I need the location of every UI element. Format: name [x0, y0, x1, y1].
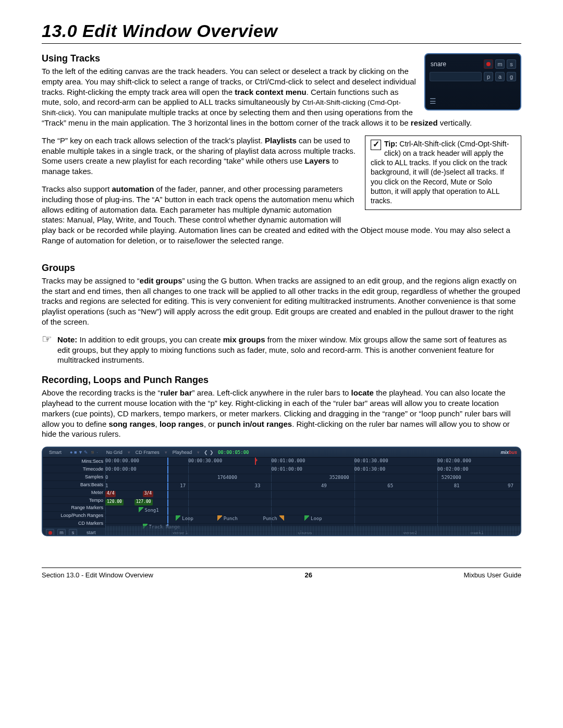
record-button[interactable]: [46, 529, 54, 536]
text-bold: song ranges: [108, 419, 155, 428]
follow-label[interactable]: Playhead: [169, 450, 195, 455]
footer-page-number: 26: [304, 571, 312, 579]
tick: 33: [255, 483, 261, 488]
ruler-body[interactable]: 00:00:00.000 00:00:30.000 00:01:00.000 0…: [105, 458, 520, 527]
track-name-label: snare: [430, 60, 482, 68]
text-bold: Playlists: [265, 136, 297, 145]
ruler-bottom-strip: m s start verse 1 chorus verse2 mark1: [43, 527, 520, 536]
loop-marker[interactable]: Loop: [311, 516, 322, 521]
chapter-title: 13.0 Edit Window Overview: [42, 21, 521, 44]
tick: 00:01:00.000: [271, 458, 305, 463]
mute-button[interactable]: m: [57, 529, 66, 536]
note-label: Note:: [57, 335, 77, 344]
text-bold: punch in/out ranges: [217, 419, 292, 428]
snap-label[interactable]: CD Frames: [132, 450, 163, 455]
automation-button[interactable]: a: [495, 72, 505, 81]
tick: 00:01:00:00: [271, 466, 302, 472]
label: Bars:Beats: [43, 481, 105, 489]
text-bold: resized: [411, 118, 438, 127]
resize-handle-icon[interactable]: ☰: [430, 97, 436, 105]
punch-marker[interactable]: Punch: [263, 516, 277, 521]
grid-label[interactable]: No Grid: [103, 450, 126, 455]
text-bold: edit groups: [140, 276, 182, 285]
tick: 00:02:00:00: [437, 466, 469, 472]
text: vertically.: [438, 118, 472, 127]
tick: 81: [454, 483, 460, 488]
tick: 1: [105, 483, 108, 488]
loc-marker[interactable]: start: [87, 530, 96, 535]
meter-marker[interactable]: 4/4: [105, 491, 116, 497]
tip-callout: ✓ Tip: Ctrl-Alt-Shift-click (Cmd-Opt-Shi…: [365, 135, 521, 210]
text-bold: mix groups: [223, 335, 265, 344]
label: Meter: [43, 489, 105, 497]
tip-label: Tip:: [384, 140, 397, 148]
paragraph: Tracks may be assigned to “edit groups” …: [42, 276, 521, 327]
transport-time: 00:00:05:00: [218, 450, 249, 455]
solo-button[interactable]: s: [69, 529, 77, 536]
label: Mins:Secs: [43, 458, 105, 465]
text: Tracks may be assigned to “: [42, 276, 140, 285]
page-footer: Section 13.0 - Edit Window Overview 26 M…: [42, 567, 521, 579]
tick: 5292000: [442, 475, 461, 480]
mute-button[interactable]: m: [495, 59, 505, 69]
loop-marker[interactable]: Loop: [182, 516, 193, 521]
note-callout: ☞ Note: In addition to edit groups, you …: [42, 335, 521, 365]
punch-marker[interactable]: Punch: [224, 516, 238, 521]
tick: 00:01:30.000: [354, 458, 388, 463]
waveform-stub: [105, 526, 520, 535]
text-bold: locate: [351, 388, 374, 397]
text: Above the recording tracks is the “: [42, 388, 161, 397]
pointing-hand-icon: ☞: [42, 334, 52, 345]
solo-button[interactable]: s: [507, 59, 516, 69]
tick: 00:01:30:00: [354, 466, 386, 472]
ruler-row-labels: Mins:Secs Timecode Samples Bars:Beats Me…: [43, 458, 105, 527]
footer-section: Section 13.0 - Edit Window Overview: [42, 571, 153, 579]
track-strip: [430, 72, 482, 81]
label: Loop/Punch Ranges: [43, 512, 105, 520]
tick: 49: [321, 483, 327, 488]
tick: 65: [387, 483, 393, 488]
label: Timecode: [43, 465, 105, 473]
tempo-marker[interactable]: 120.00: [105, 499, 124, 505]
tick: 0: [105, 475, 108, 480]
text-bold: Layers: [304, 156, 329, 165]
ruler-toolbar: Smart ● ■ ▼ ✎ ◾ · No Grid ▾ CD Frames ▾ …: [43, 448, 520, 458]
group-button[interactable]: g: [507, 72, 516, 81]
footer-guide-name: Mixbus User Guide: [463, 571, 521, 579]
logo: mixbus: [500, 450, 517, 455]
tick: 1764000: [217, 475, 237, 480]
tempo-marker[interactable]: 127.00: [134, 499, 153, 505]
label: Samples: [43, 473, 105, 481]
tick: 97: [508, 483, 513, 488]
tip-text: Ctrl-Alt-Shift-click (Cmd-Opt-Shift-clic…: [371, 140, 509, 205]
text: Tracks also support: [42, 184, 112, 193]
text-bold: loop ranges: [160, 419, 204, 428]
text: ,: [155, 419, 160, 428]
meter-marker[interactable]: 3/4: [143, 491, 153, 497]
playlist-button[interactable]: p: [484, 72, 493, 81]
text: ” area. Left-click anywhere in the ruler…: [192, 388, 351, 397]
text: In addition to edit groups, you can crea…: [77, 335, 223, 344]
paragraph: Above the recording tracks is the “ruler…: [42, 388, 521, 439]
text-bold: automation: [112, 184, 154, 193]
text-bold: ruler bar: [161, 388, 192, 397]
record-arm-button[interactable]: [484, 59, 493, 69]
range-marker[interactable]: Song1: [145, 508, 159, 513]
label: Tempo: [43, 497, 105, 504]
text: , or: [204, 419, 217, 428]
tick: 00:00:00.000: [105, 458, 139, 463]
heading-recording: Recording, Loops and Punch Ranges: [42, 375, 521, 386]
tick: 17: [180, 483, 186, 488]
track-header-thumbnail: snare m s p a g ☰: [424, 53, 521, 110]
check-icon: ✓: [371, 140, 381, 150]
text: . You can manipulate multiple tracks at …: [42, 108, 413, 127]
label: CD Markers: [43, 520, 105, 527]
tick: 00:02:00.000: [437, 458, 471, 463]
tick: 00:00:30.000: [188, 458, 222, 463]
tick: 00:00:00:00: [105, 466, 137, 472]
tick: 3528000: [329, 475, 349, 480]
text: The “P” key on each track allows selecti…: [42, 136, 265, 145]
mode-label[interactable]: Smart: [46, 450, 65, 455]
text-bold: track context menu: [235, 88, 307, 96]
ruler-bar-screenshot: Smart ● ■ ▼ ✎ ◾ · No Grid ▾ CD Frames ▾ …: [42, 447, 521, 536]
